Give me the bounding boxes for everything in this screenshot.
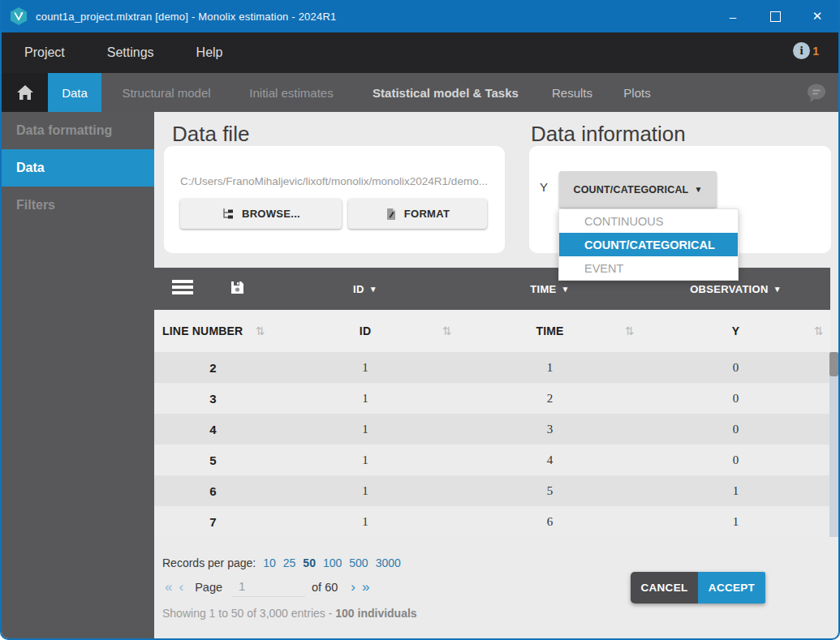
chevron-down-icon: ▼ — [562, 285, 570, 294]
prev-page-button[interactable]: ‹ — [175, 579, 187, 595]
table-cell: 6 — [459, 515, 641, 529]
table-row: 2110 — [154, 352, 830, 383]
menu-settings[interactable]: Settings — [97, 42, 164, 63]
table-cell: 0 — [641, 392, 830, 406]
records-per-page-option[interactable]: 3000 — [376, 556, 401, 569]
notifications-badge[interactable]: i 1 — [793, 42, 819, 59]
table-cell: 2 — [459, 392, 641, 406]
format-button[interactable]: FORMAT — [348, 199, 487, 229]
title-bar: count1a_project.mlxtran [demo] - Monolix… — [2, 0, 838, 32]
close-button[interactable]: ✕ — [796, 0, 838, 32]
menu-project[interactable]: Project — [15, 42, 75, 63]
info-icon: i — [793, 42, 810, 59]
column-header-time[interactable]: TIME⇅ — [459, 310, 641, 352]
table-header-row: LINE NUMBER⇅ ID⇅ TIME⇅ Y⇅ — [154, 310, 830, 352]
records-per-page-option[interactable]: 25 — [283, 556, 296, 569]
minimize-button[interactable]: – — [712, 0, 754, 32]
table-cell: 0 — [641, 361, 830, 375]
pagination: « ‹ Page of 60 › » — [162, 578, 373, 597]
home-icon — [16, 84, 34, 101]
sidebar-item-data[interactable]: Data — [2, 149, 154, 187]
records-per-page-option[interactable]: 10 — [263, 556, 276, 569]
monolix-logo-icon — [10, 6, 28, 26]
records-per-page-label: Records per page: — [162, 556, 256, 569]
records-per-page-option[interactable]: 100 — [323, 556, 342, 569]
next-page-button[interactable]: › — [347, 579, 359, 595]
maximize-icon — [770, 11, 781, 22]
tab-structural-model[interactable]: Structural model — [115, 73, 218, 112]
column-header-line-number[interactable]: LINE NUMBER⇅ — [154, 310, 272, 352]
tab-plots[interactable]: Plots — [617, 73, 657, 112]
tab-data[interactable]: Data — [48, 73, 101, 112]
menu-option-count-categorical[interactable]: COUNT/CATEGORICAL — [559, 233, 738, 256]
window-title: count1a_project.mlxtran [demo] - Monolix… — [36, 11, 336, 23]
table-cell: 1 — [641, 515, 830, 529]
time-column-dropdown[interactable]: TIME▼ — [459, 283, 641, 295]
table-cell: 1 — [641, 484, 830, 498]
table-cell: 7 — [154, 515, 272, 529]
chevron-down-icon: ▼ — [369, 285, 377, 294]
cancel-button[interactable]: CANCEL — [631, 572, 698, 603]
menu-option-continuous[interactable]: CONTINUOUS — [559, 209, 738, 233]
table-cell: 1 — [272, 392, 459, 406]
table-cell: 4 — [154, 423, 272, 436]
table-row: 3120 — [154, 383, 830, 414]
records-per-page: Records per page: 1025501005003000 — [162, 556, 401, 569]
tab-results[interactable]: Results — [549, 73, 596, 112]
maximize-button[interactable] — [754, 0, 796, 32]
table-scrollbar[interactable] — [829, 352, 838, 537]
sort-icon[interactable]: ⇅ — [256, 324, 265, 337]
data-file-heading: Data file — [172, 122, 249, 147]
showing-entries-text: Showing 1 to 50 of 3,000 entries - 100 i… — [162, 607, 417, 620]
sort-icon[interactable]: ⇅ — [625, 324, 635, 337]
first-page-button[interactable]: « — [162, 579, 175, 595]
menu-bar: Project Settings Help i 1 — [2, 32, 838, 73]
browse-tree-icon — [222, 208, 235, 221]
table-cell: 1 — [272, 484, 459, 498]
menu-option-event[interactable]: EVENT — [559, 256, 738, 280]
monolix-window: count1a_project.mlxtran [demo] - Monolix… — [0, 0, 840, 640]
observation-column-dropdown[interactable]: OBSERVATION▼ — [641, 283, 830, 295]
table-row: 7161 — [154, 506, 830, 537]
tab-statistical-model-tasks[interactable]: Statistical model & Tasks — [366, 73, 525, 112]
id-column-dropdown[interactable]: ID▼ — [272, 283, 459, 295]
sort-icon[interactable]: ⇅ — [814, 324, 824, 337]
page-of-label: of 60 — [312, 581, 338, 594]
accept-button[interactable]: ACCEPT — [698, 572, 765, 603]
hamburger-icon — [172, 279, 193, 295]
table-cell: 0 — [641, 453, 830, 467]
column-header-id[interactable]: ID⇅ — [272, 310, 459, 352]
records-per-page-option[interactable]: 500 — [349, 556, 368, 569]
table-save-button[interactable] — [230, 281, 244, 298]
observation-type-dropdown[interactable]: COUNT/CATEGORICAL ▼ — [559, 171, 717, 208]
page-number-input[interactable] — [232, 578, 305, 597]
table-cell: 1 — [272, 361, 459, 375]
sort-icon[interactable]: ⇅ — [442, 324, 452, 337]
action-buttons: CANCEL ACCEPT — [631, 572, 765, 603]
table-cell: 1 — [272, 515, 459, 529]
browse-button[interactable]: BROWSE... — [180, 199, 342, 229]
observation-name-label: Y — [540, 180, 548, 194]
table-cell: 1 — [272, 453, 459, 467]
records-per-page-option[interactable]: 50 — [303, 556, 316, 569]
menu-help[interactable]: Help — [187, 42, 233, 63]
sidebar-item-filters[interactable]: Filters — [2, 187, 154, 224]
table-cell: 5 — [154, 453, 272, 467]
table-body: 211031204130514061517161 — [154, 352, 830, 537]
home-button[interactable] — [2, 73, 48, 112]
table-cell: 0 — [641, 423, 830, 436]
format-file-icon — [386, 208, 397, 221]
sidebar-item-data-formatting[interactable]: Data formatting — [2, 112, 154, 149]
feedback-chat-button[interactable] — [806, 82, 827, 106]
observation-type-menu: CONTINUOUS COUNT/CATEGORICAL EVENT — [558, 208, 739, 281]
scrollbar-thumb[interactable] — [829, 352, 838, 376]
column-header-y[interactable]: Y⇅ — [641, 310, 830, 352]
save-icon — [230, 281, 244, 294]
individuals-count: 100 individuals — [335, 607, 416, 620]
table-menu-button[interactable] — [172, 279, 193, 299]
sidebar: Data formatting Data Filters — [2, 112, 154, 640]
last-page-button[interactable]: » — [359, 579, 373, 595]
table-cell: 6 — [154, 484, 272, 498]
data-information-heading: Data information — [531, 122, 686, 147]
tab-initial-estimates[interactable]: Initial estimates — [242, 73, 341, 112]
